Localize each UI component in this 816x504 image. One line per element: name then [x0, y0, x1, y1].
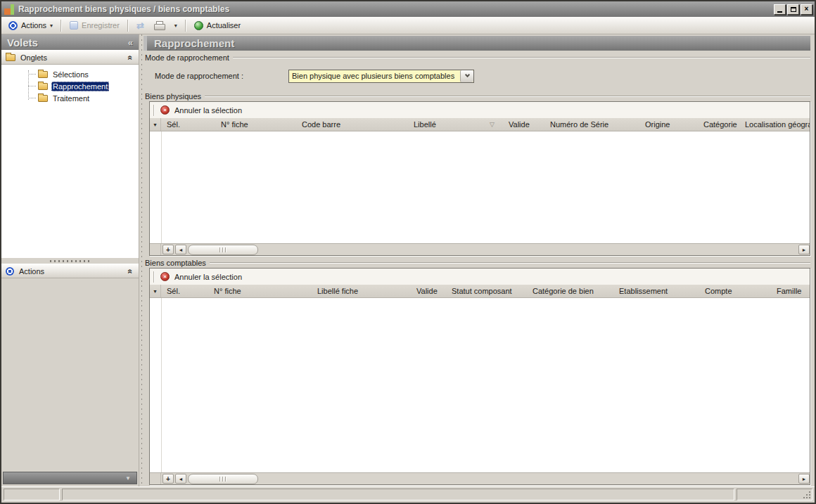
folder-icon	[38, 95, 48, 102]
column-header-famille[interactable]: Famille	[771, 285, 810, 297]
column-header-no-fiche[interactable]: N° fiche	[215, 118, 296, 131]
horizontal-scrollbar: + ◄ ►	[150, 472, 810, 484]
close-button[interactable]: ×	[801, 4, 812, 15]
row-header-gutter	[161, 298, 162, 472]
actions-group-header[interactable]: Actions «	[1, 264, 139, 278]
table-toolbar: × Annuler la sélection	[150, 269, 810, 285]
column-header-libelle[interactable]: Libellé ▽	[408, 118, 503, 131]
page-title: Rapprochement	[154, 37, 234, 49]
scrollbar-corner-stub	[150, 244, 161, 255]
scrollbar-track[interactable]	[188, 474, 796, 484]
minimize-icon	[777, 11, 782, 13]
actions-label: Actions	[21, 21, 46, 30]
sort-indicator-icon: ▽	[490, 121, 495, 128]
maximize-button[interactable]	[787, 4, 799, 15]
column-header-localisation[interactable]: Localisation géogra	[739, 118, 810, 131]
collapse-panel-icon[interactable]: «	[128, 37, 133, 48]
column-header-compte[interactable]: Compte	[699, 285, 771, 297]
column-header-statut-composant[interactable]: Statut composant	[446, 285, 527, 297]
combo-dropdown-button[interactable]	[460, 70, 473, 82]
tree-item-label: Sélections	[51, 70, 90, 79]
cancel-selection-button[interactable]: Annuler la sélection	[174, 106, 242, 115]
add-row-button[interactable]: +	[162, 474, 174, 484]
column-header-code-barre[interactable]: Code barre	[296, 118, 408, 131]
save-button[interactable]: Enregistrer	[65, 20, 124, 31]
scrollbar-track[interactable]	[188, 245, 796, 255]
column-header-libelle-fiche[interactable]: Libellé fiche	[312, 285, 411, 297]
column-header-sel[interactable]: Sél.	[161, 285, 208, 297]
scroll-left-button[interactable]: ◄	[175, 245, 186, 254]
biens-physiques-group: Biens physiques × Annuler la sélection ▼…	[144, 91, 810, 256]
chevron-down-icon: ▼	[125, 475, 131, 482]
onglets-group-label: Onglets	[20, 53, 47, 62]
print-options-button[interactable]: ▾	[170, 21, 181, 30]
column-header-sel[interactable]: Sél.	[161, 118, 215, 131]
groupbox-line	[210, 262, 810, 264]
actions-menu-button[interactable]: Actions ▾	[4, 20, 57, 32]
cancel-selection-button[interactable]: Annuler la sélection	[174, 273, 242, 281]
save-icon	[70, 21, 78, 30]
actions-bullseye-icon	[8, 21, 18, 30]
close-icon: ×	[805, 6, 809, 13]
resize-grip-icon[interactable]	[809, 497, 810, 498]
tree-item-label: Rapprochement	[51, 82, 109, 91]
column-header-numero-serie[interactable]: Numéro de Série	[544, 118, 639, 131]
column-header-origine[interactable]: Origine	[639, 118, 698, 131]
window-controls: ×	[774, 4, 812, 15]
app-window: Rapprochement biens physiques / biens co…	[0, 0, 816, 504]
app-icon	[4, 4, 15, 15]
cancel-selection-icon: ×	[160, 105, 170, 115]
print-button[interactable]	[150, 20, 169, 32]
row-selector-header[interactable]: ▼	[150, 285, 161, 297]
row-selector-header[interactable]: ▼	[150, 118, 161, 131]
mode-select[interactable]: Bien physique avec plusieurs biens compt…	[288, 70, 474, 83]
toolbar-grip	[153, 271, 155, 283]
scroll-right-button[interactable]: ►	[798, 474, 810, 484]
toolbar-separator	[60, 20, 62, 32]
table-header-row: ▼ Sél. N° fiche Libellé fiche Valide Sta…	[150, 285, 810, 298]
add-row-button[interactable]: +	[162, 245, 174, 254]
actions-bullseye-icon	[6, 267, 14, 276]
chevron-double-up-icon: «	[126, 55, 136, 60]
row-selector-icon: ▼	[153, 289, 158, 294]
volets-title: Volets	[7, 37, 38, 49]
scrollbar-corner-stub	[150, 473, 161, 484]
status-panel-right	[737, 489, 812, 500]
toolbar-separator	[127, 20, 129, 32]
mode-row: Mode de rapprochement : Bien physique av…	[144, 63, 810, 89]
column-header-valide[interactable]: Valide	[411, 285, 446, 297]
column-header-etablissement[interactable]: Etablissement	[613, 285, 699, 297]
table-toolbar: × Annuler la sélection	[150, 102, 810, 118]
minimize-button[interactable]	[774, 4, 786, 15]
panel-collapse-bar[interactable]: ▼	[3, 472, 137, 484]
printer-icon	[154, 21, 165, 30]
onglets-group-header[interactable]: Onglets «	[1, 50, 139, 65]
tree-item-rapprochement[interactable]: Rapprochement	[1, 80, 139, 92]
column-header-no-fiche[interactable]: N° fiche	[208, 285, 312, 297]
refresh-icon: ⇄	[136, 21, 144, 30]
mode-select-value: Bien physique avec plusieurs biens compt…	[292, 72, 460, 80]
mode-label: Mode de rapprochement :	[155, 72, 288, 80]
actualiser-button[interactable]: Actualiser	[190, 20, 245, 32]
folder-icon	[6, 54, 15, 61]
actualiser-icon	[194, 21, 203, 30]
scrollbar-thumb[interactable]	[188, 474, 258, 484]
scroll-right-button[interactable]: ►	[798, 245, 810, 254]
sidebar-splitter-handle[interactable]	[1, 258, 139, 264]
column-header-categorie-bien[interactable]: Catégorie de bien	[527, 285, 613, 297]
main-toolbar: Actions ▾ Enregistrer ⇄ ▾ Actualiser	[1, 17, 815, 34]
tree-item-selections[interactable]: Sélections	[1, 68, 139, 80]
chevron-double-up-icon: «	[126, 269, 136, 273]
scroll-left-button[interactable]: ◄	[175, 474, 186, 484]
column-header-valide[interactable]: Valide	[503, 118, 544, 131]
column-header-categorie[interactable]: Catégorie	[698, 118, 739, 131]
actions-group-label: Actions	[19, 267, 44, 276]
title-bar: Rapprochement biens physiques / biens co…	[1, 1, 815, 17]
scrollbar-thumb[interactable]	[188, 245, 258, 255]
folder-icon	[38, 71, 48, 78]
chevron-down-icon	[464, 72, 469, 77]
tree-item-traitement[interactable]: Traitement	[1, 92, 139, 104]
main-content: Rapprochement Mode de rapprochement Mode…	[144, 34, 815, 486]
folder-open-icon	[38, 83, 48, 90]
refresh-button[interactable]: ⇄	[132, 20, 148, 32]
